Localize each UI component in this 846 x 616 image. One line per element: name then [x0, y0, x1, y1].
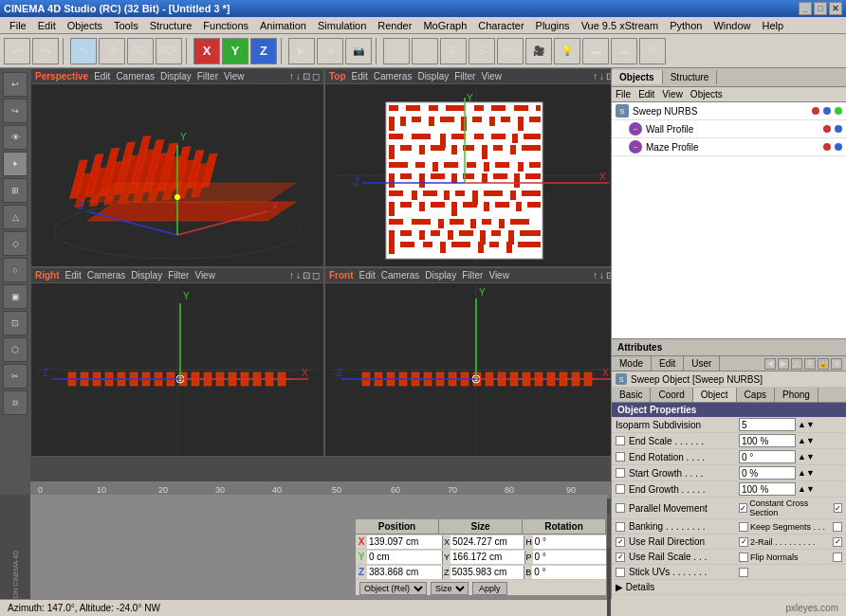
- vp-filter[interactable]: Filter: [197, 71, 218, 82]
- select-tool[interactable]: ↖: [70, 38, 97, 64]
- coord-z-size[interactable]: [451, 566, 525, 579]
- left-tool-3[interactable]: 👁: [3, 125, 28, 150]
- vp-front-display[interactable]: Display: [425, 270, 456, 281]
- sky-tool[interactable]: ☁: [611, 38, 637, 64]
- attr-tab-edit[interactable]: Edit: [652, 356, 684, 371]
- left-tool-12[interactable]: ✂: [3, 364, 28, 389]
- undo-button[interactable]: ↩: [4, 38, 30, 64]
- left-tool-8[interactable]: ○: [3, 258, 28, 282]
- vp-top-display[interactable]: Display: [417, 71, 449, 82]
- coord-mode-select[interactable]: Object (Rel): [359, 582, 427, 595]
- obj-menu-file[interactable]: File: [616, 89, 631, 100]
- coord-h-rot[interactable]: [533, 535, 606, 549]
- attr-2rail-check[interactable]: [739, 537, 748, 547]
- attr-tab-caps[interactable]: Caps: [737, 388, 775, 402]
- window-controls[interactable]: _ □ ✕: [799, 2, 842, 15]
- attr-tab-mode[interactable]: Mode: [612, 356, 652, 371]
- attr-endgrowth-check[interactable]: [616, 484, 625, 494]
- maximize-button[interactable]: □: [814, 2, 827, 15]
- coord-y-pos[interactable]: [367, 551, 443, 564]
- render-settings[interactable]: ⚙: [317, 38, 343, 64]
- vp-view[interactable]: View: [224, 71, 245, 82]
- render-to-picture[interactable]: 📷: [345, 38, 372, 64]
- attr-tab-coord[interactable]: Coord: [651, 388, 692, 402]
- scale-tool[interactable]: SCL: [127, 38, 154, 64]
- attr-tab-phong[interactable]: Phong: [775, 388, 818, 402]
- menu-python[interactable]: Python: [664, 20, 708, 31]
- attr-search-button[interactable]: ⚲: [804, 358, 816, 370]
- attr-endrot-check[interactable]: [616, 452, 625, 462]
- attr-expand-button[interactable]: ⊞: [831, 358, 842, 370]
- light-tool[interactable]: 💡: [554, 38, 580, 64]
- viewport-perspective[interactable]: Perspective Edit Cameras Display Filter …: [30, 68, 324, 267]
- left-tool-10[interactable]: ⊡: [3, 311, 28, 335]
- menu-vue[interactable]: Vue 9.5 xStream: [576, 20, 665, 31]
- coord-x-size[interactable]: [451, 535, 524, 549]
- attr-details-row[interactable]: ▶ Details: [612, 580, 846, 595]
- tab-structure[interactable]: Structure: [663, 70, 718, 84]
- sweep-nurbs-btn[interactable]: S: [469, 38, 495, 64]
- tab-objects[interactable]: Objects: [612, 70, 663, 84]
- menu-plugins[interactable]: Plugins: [530, 20, 576, 31]
- attr-parallel-check[interactable]: [616, 503, 625, 513]
- attr-tab-object[interactable]: Object: [693, 388, 737, 402]
- vp-right-cameras[interactable]: Cameras: [87, 270, 126, 281]
- vp-edit[interactable]: Edit: [94, 71, 110, 82]
- menu-file[interactable]: File: [4, 20, 32, 31]
- coord-x-pos[interactable]: [367, 535, 443, 549]
- attr-isoparm-input[interactable]: [739, 418, 796, 431]
- camera-tool[interactable]: 🎥: [525, 38, 552, 64]
- attr-flipnormals-check[interactable]: [739, 553, 748, 562]
- attr-keepsegs-check[interactable]: [739, 522, 748, 532]
- primitive-cube[interactable]: □: [383, 38, 410, 64]
- attr-stickuvs-check[interactable]: [616, 568, 625, 577]
- render-preview[interactable]: ▶: [288, 38, 315, 64]
- coord-b-rot[interactable]: [532, 566, 606, 579]
- attr-keepsegs-check2[interactable]: [833, 522, 842, 532]
- menu-tools[interactable]: Tools: [108, 20, 144, 31]
- axis-y-button[interactable]: Y: [222, 38, 248, 64]
- attr-next-button[interactable]: ▶: [778, 358, 789, 370]
- redo-button[interactable]: ↪: [32, 38, 59, 64]
- left-tool-2[interactable]: ↪: [3, 99, 28, 123]
- menu-simulation[interactable]: Simulation: [312, 20, 372, 31]
- obj-menu-view[interactable]: View: [662, 89, 683, 100]
- menu-window[interactable]: Window: [708, 20, 756, 31]
- attr-isoparm-arrow[interactable]: ▲▼: [798, 420, 815, 429]
- attr-tab-basic[interactable]: Basic: [612, 388, 651, 402]
- attr-raildir-check[interactable]: [616, 537, 625, 547]
- left-tool-13[interactable]: ⛭: [3, 390, 28, 415]
- menu-render[interactable]: Render: [372, 20, 417, 31]
- tree-item-maze[interactable]: ~ Maze Profile: [612, 138, 846, 156]
- attr-railscale-check[interactable]: [616, 553, 625, 562]
- floor-tool[interactable]: ▬: [582, 38, 609, 64]
- left-tool-6[interactable]: △: [3, 205, 28, 229]
- vp-top-cameras[interactable]: Cameras: [374, 71, 413, 82]
- obj-menu-edit[interactable]: Edit: [638, 89, 654, 100]
- attr-constcross-check2[interactable]: [834, 503, 842, 513]
- coord-z-pos[interactable]: [367, 566, 443, 579]
- tree-item-sweep[interactable]: S Sweep NURBS: [612, 102, 846, 120]
- attr-banking-check[interactable]: [616, 522, 625, 532]
- attr-stickuvs-check2[interactable]: [739, 568, 748, 577]
- vp-front-cameras[interactable]: Cameras: [381, 270, 420, 281]
- material-manager[interactable]: M: [639, 38, 666, 64]
- vp-front-filter[interactable]: Filter: [462, 270, 483, 281]
- attr-endgrowth-arrow[interactable]: ▲▼: [798, 484, 815, 494]
- left-tool-7[interactable]: ◇: [3, 231, 28, 256]
- close-button[interactable]: ✕: [829, 2, 842, 15]
- attr-constcross-check[interactable]: [739, 503, 747, 513]
- attr-startgrowth-input[interactable]: [739, 466, 796, 480]
- viewport-front[interactable]: Front Edit Cameras Display Filter View ↑…: [324, 267, 628, 457]
- attr-2rail-check2[interactable]: [833, 537, 842, 547]
- vp-right-display[interactable]: Display: [131, 270, 162, 281]
- vp-display[interactable]: Display: [160, 71, 192, 82]
- tree-item-wall[interactable]: ~ Wall Profile: [612, 120, 846, 138]
- attr-endscale-input[interactable]: [739, 434, 796, 447]
- vp-top-edit[interactable]: Edit: [352, 71, 368, 82]
- left-tool-4[interactable]: ✦: [3, 152, 28, 176]
- axis-x-button[interactable]: X: [193, 38, 220, 64]
- obj-menu-objects[interactable]: Objects: [690, 89, 723, 100]
- left-tool-5[interactable]: ⊞: [3, 178, 28, 203]
- menu-character[interactable]: Character: [472, 20, 529, 31]
